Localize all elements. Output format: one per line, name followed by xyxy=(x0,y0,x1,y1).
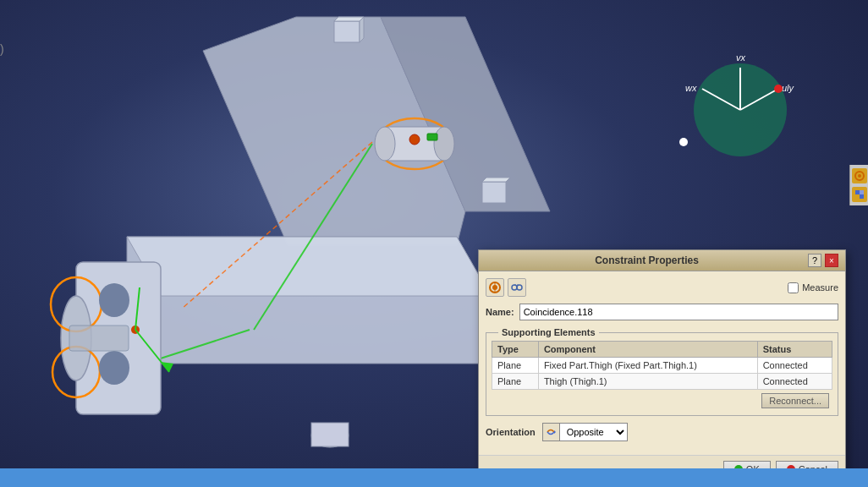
measure-checkbox-wrapper: Measure xyxy=(788,282,838,293)
bracket-hint: ) xyxy=(0,42,4,56)
svg-marker-6 xyxy=(360,17,364,42)
svg-rect-44 xyxy=(860,194,864,199)
orientation-label: Orientation xyxy=(486,427,536,437)
svg-point-49 xyxy=(512,285,517,290)
svg-text:wx: wx xyxy=(685,83,697,93)
dialog-title: Constraint Properties xyxy=(486,254,808,266)
svg-rect-26 xyxy=(69,326,129,351)
table-cell-0-2: Connected xyxy=(757,358,832,374)
supporting-elements-legend: Supporting Elements xyxy=(498,327,599,337)
svg-point-39 xyxy=(774,85,783,93)
supporting-elements-table: Type Component Status PlaneFixed Part.Th… xyxy=(492,341,832,390)
svg-point-23 xyxy=(99,283,129,317)
measure-checkbox[interactable] xyxy=(788,282,799,293)
status-bar xyxy=(0,468,868,487)
right-panel xyxy=(849,165,868,205)
name-label: Name: xyxy=(486,307,514,317)
svg-point-12 xyxy=(434,127,454,161)
orientation-row: Orientation Opposite Same Undefined xyxy=(486,423,838,441)
constraint-properties-dialog: Constraint Properties ? × xyxy=(478,249,846,484)
dialog-help-button[interactable]: ? xyxy=(808,254,821,267)
viewport: uly wx vx ) Constraint Properties xyxy=(0,0,868,487)
svg-marker-2 xyxy=(127,237,491,296)
dialog-body: Measure Name: Supporting Elements Type C… xyxy=(479,271,845,455)
reconnect-row: Reconnect... xyxy=(492,390,832,412)
svg-rect-31 xyxy=(311,423,349,446)
orientation-select[interactable]: Opposite Same Undefined xyxy=(560,424,627,440)
supporting-elements-group: Supporting Elements Type Component Statu… xyxy=(486,327,838,416)
table-row: PlaneFixed Part.Thigh (Fixed Part.Thigh.… xyxy=(492,358,832,374)
svg-marker-5 xyxy=(334,17,364,21)
table-cell-1-1: Thigh (Thigh.1) xyxy=(538,374,757,390)
table-cell-0-0: Plane xyxy=(492,358,539,374)
svg-point-11 xyxy=(375,127,395,161)
panel-icon-1[interactable] xyxy=(852,168,867,183)
panel-icon-2[interactable] xyxy=(852,187,867,202)
svg-marker-8 xyxy=(482,178,510,182)
svg-rect-14 xyxy=(427,134,437,140)
svg-point-42 xyxy=(858,174,861,178)
svg-point-40 xyxy=(679,138,688,146)
svg-rect-45 xyxy=(860,190,864,194)
svg-rect-7 xyxy=(482,182,506,203)
svg-point-13 xyxy=(409,134,420,145)
table-row: PlaneThigh (Thigh.1)Connected xyxy=(492,374,832,390)
measure-label: Measure xyxy=(802,282,838,293)
table-cell-0-1: Fixed Part.Thigh (Fixed Part.Thigh.1) xyxy=(538,358,757,374)
dialog-toolbar: Measure xyxy=(486,278,838,297)
col-type: Type xyxy=(492,342,539,358)
svg-rect-43 xyxy=(855,190,860,194)
orientation-select-wrapper: Opposite Same Undefined xyxy=(542,423,628,441)
name-row: Name: xyxy=(486,304,838,320)
svg-point-24 xyxy=(99,351,129,385)
table-cell-1-2: Connected xyxy=(757,374,832,390)
col-component: Component xyxy=(538,342,757,358)
dialog-close-button[interactable]: × xyxy=(825,254,838,267)
col-status: Status xyxy=(757,342,832,358)
orientation-icon xyxy=(543,424,560,440)
svg-rect-4 xyxy=(334,21,360,42)
svg-point-50 xyxy=(517,285,522,290)
svg-text:uly: uly xyxy=(782,83,795,93)
svg-text:vx: vx xyxy=(736,52,746,63)
dialog-titlebar: Constraint Properties ? × xyxy=(479,250,845,271)
toolbar-icon-constraint[interactable] xyxy=(486,278,504,297)
svg-marker-52 xyxy=(554,430,556,434)
toolbar-icon-coincidence[interactable] xyxy=(508,278,526,297)
reconnect-button[interactable]: Reconnect... xyxy=(761,393,829,408)
table-cell-1-0: Plane xyxy=(492,374,539,390)
name-input[interactable] xyxy=(519,304,838,320)
